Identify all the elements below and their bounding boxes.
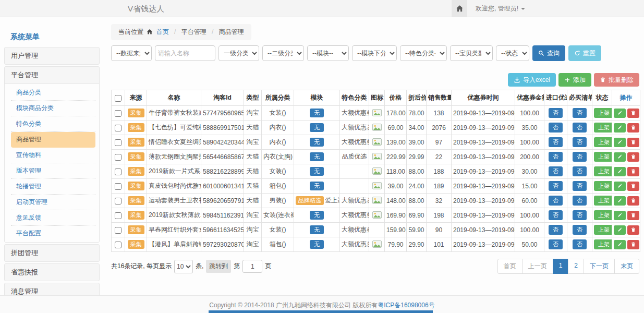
page-number-input[interactable] bbox=[242, 260, 262, 273]
import-select-toggle[interactable]: 否 bbox=[549, 123, 563, 133]
row-checkbox[interactable] bbox=[115, 168, 121, 175]
delete-button[interactable] bbox=[627, 211, 639, 220]
page-button[interactable]: 2 bbox=[568, 259, 584, 274]
row-checkbox[interactable] bbox=[115, 154, 121, 161]
row-checkbox[interactable] bbox=[115, 198, 121, 204]
status-button[interactable]: 上架 bbox=[594, 225, 612, 235]
edit-button[interactable] bbox=[614, 109, 626, 118]
must-buy-toggle[interactable]: 否 bbox=[573, 123, 587, 133]
import-excel-button[interactable]: 导入excel bbox=[508, 73, 556, 87]
sidebar-group-header[interactable]: 省惠快报 bbox=[5, 264, 99, 281]
delete-button[interactable] bbox=[627, 182, 639, 191]
page-button[interactable]: 下一页 bbox=[584, 259, 615, 274]
must-buy-toggle[interactable]: 否 bbox=[573, 239, 587, 249]
sidebar-group-header[interactable]: 拼团管理 bbox=[5, 245, 99, 261]
status-button[interactable]: 上架 bbox=[594, 152, 612, 162]
page-button[interactable]: 上一页 bbox=[522, 259, 553, 274]
must-buy-toggle[interactable]: 否 bbox=[573, 196, 587, 206]
edit-button[interactable] bbox=[614, 182, 626, 191]
jump-button[interactable]: 跳转到 bbox=[206, 260, 231, 273]
delete-button[interactable] bbox=[627, 167, 639, 176]
import-select-toggle[interactable]: 否 bbox=[549, 196, 563, 206]
status-button[interactable]: 上架 bbox=[594, 166, 612, 176]
edit-button[interactable] bbox=[614, 196, 626, 206]
page-button[interactable]: 末页 bbox=[614, 259, 639, 274]
import-select-toggle[interactable]: 否 bbox=[549, 152, 563, 162]
row-checkbox[interactable] bbox=[115, 125, 121, 131]
delete-button[interactable] bbox=[627, 240, 639, 249]
import-select-toggle[interactable]: 否 bbox=[549, 210, 563, 220]
status-button[interactable]: 上架 bbox=[594, 123, 612, 133]
row-checkbox[interactable] bbox=[115, 110, 121, 117]
status-button[interactable]: 上架 bbox=[594, 239, 612, 249]
import-select-toggle[interactable]: 否 bbox=[549, 239, 563, 249]
status-button[interactable]: 上架 bbox=[594, 210, 612, 220]
sidebar-item[interactable]: 模块商品分类 bbox=[11, 101, 95, 116]
edit-button[interactable] bbox=[614, 240, 626, 249]
sidebar-item[interactable]: 启动页管理 bbox=[11, 195, 95, 210]
data-source-select[interactable]: --数据来源-- bbox=[111, 45, 152, 61]
must-buy-toggle[interactable]: 否 bbox=[573, 181, 587, 191]
delete-button[interactable] bbox=[627, 109, 639, 118]
user-menu[interactable]: 欢迎您, 管理员! bbox=[476, 4, 525, 13]
status-select[interactable]: --状态-- bbox=[496, 45, 529, 61]
query-button[interactable]: 查询 bbox=[532, 45, 565, 61]
sidebar-item[interactable]: 版本管理 bbox=[11, 163, 95, 179]
must-buy-toggle[interactable]: 否 bbox=[573, 166, 587, 176]
feature-category-select[interactable]: --特色分类-- bbox=[400, 45, 447, 61]
page-button[interactable]: 1 bbox=[553, 259, 569, 274]
status-button[interactable]: 上架 bbox=[594, 196, 612, 206]
reset-button[interactable]: 重置 bbox=[568, 45, 601, 61]
edit-button[interactable] bbox=[614, 167, 626, 176]
delete-button[interactable] bbox=[627, 138, 639, 147]
sidebar-item[interactable]: 商品管理 bbox=[11, 132, 95, 148]
home-button[interactable] bbox=[452, 0, 467, 17]
per-page-select[interactable]: 10 bbox=[174, 260, 193, 273]
import-select-toggle[interactable]: 否 bbox=[549, 137, 563, 147]
edit-button[interactable] bbox=[614, 138, 626, 147]
row-checkbox[interactable] bbox=[115, 139, 121, 146]
page-button[interactable]: 首页 bbox=[497, 259, 523, 274]
must-buy-toggle[interactable]: 否 bbox=[573, 108, 587, 118]
import-select-toggle[interactable]: 否 bbox=[549, 108, 563, 118]
add-button[interactable]: 添加 bbox=[558, 73, 591, 87]
module-subcategory-select[interactable]: --模块下分类-- bbox=[352, 45, 397, 61]
item-type-select[interactable]: --宝贝类型-- bbox=[450, 45, 493, 61]
module-select[interactable]: --模块-- bbox=[307, 45, 349, 61]
icp-link[interactable]: 粤ICP备16098006号 bbox=[378, 302, 434, 309]
import-select-toggle[interactable]: 否 bbox=[549, 166, 563, 176]
edit-button[interactable] bbox=[614, 152, 626, 162]
row-checkbox[interactable] bbox=[115, 212, 121, 219]
delete-button[interactable] bbox=[627, 123, 639, 133]
sidebar-group-header[interactable]: 平台管理 bbox=[5, 67, 99, 83]
edit-button[interactable] bbox=[614, 225, 626, 235]
select-all-checkbox[interactable] bbox=[115, 95, 121, 102]
sidebar-item[interactable]: 平台配置 bbox=[11, 226, 95, 241]
import-select-toggle[interactable]: 否 bbox=[549, 181, 563, 191]
level2-category-select[interactable]: --二级分类-- bbox=[262, 45, 304, 61]
status-button[interactable]: 上架 bbox=[594, 137, 612, 147]
status-button[interactable]: 上架 bbox=[594, 108, 612, 118]
row-checkbox[interactable] bbox=[115, 242, 121, 248]
row-checkbox[interactable] bbox=[115, 183, 121, 190]
sidebar-item[interactable]: 意见反馈 bbox=[11, 210, 95, 226]
breadcrumb-home-link[interactable]: 首页 bbox=[156, 28, 169, 35]
sidebar-item[interactable]: 宣传物料 bbox=[11, 148, 95, 163]
status-button[interactable]: 上架 bbox=[594, 181, 612, 191]
delete-button[interactable] bbox=[627, 196, 639, 206]
batch-delete-button[interactable]: 批量删除 bbox=[594, 73, 639, 87]
name-search-input[interactable] bbox=[155, 45, 215, 61]
must-buy-toggle[interactable]: 否 bbox=[573, 152, 587, 162]
sidebar-group-header[interactable]: 用户管理 bbox=[5, 47, 99, 64]
edit-button[interactable] bbox=[614, 123, 626, 133]
sidebar-item[interactable]: 特色分类 bbox=[11, 116, 95, 132]
edit-button[interactable] bbox=[614, 211, 626, 220]
import-select-toggle[interactable]: 否 bbox=[549, 225, 563, 235]
sidebar-item[interactable]: 商品分类 bbox=[11, 85, 95, 101]
must-buy-toggle[interactable]: 否 bbox=[573, 137, 587, 147]
sidebar-item[interactable]: 轮播管理 bbox=[11, 179, 95, 195]
delete-button[interactable] bbox=[627, 225, 639, 235]
delete-button[interactable] bbox=[627, 152, 639, 162]
must-buy-toggle[interactable]: 否 bbox=[573, 210, 587, 220]
level1-category-select[interactable]: 一级分类 bbox=[218, 45, 259, 61]
